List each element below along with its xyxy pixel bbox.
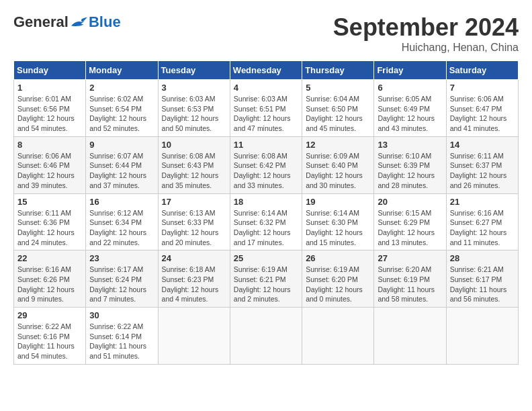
day-number: 17 — [162, 197, 226, 207]
calendar-week-row: 8Sunrise: 6:06 AMSunset: 6:46 PMDaylight… — [14, 136, 519, 193]
day-info: Sunrise: 6:22 AMSunset: 6:16 PMDaylight:… — [17, 322, 82, 361]
day-info: Sunrise: 6:03 AMSunset: 6:53 PMDaylight:… — [162, 94, 226, 134]
calendar-week-row: 29Sunrise: 6:22 AMSunset: 6:16 PMDayligh… — [14, 308, 519, 365]
calendar-table: SundayMondayTuesdayWednesdayThursdayFrid… — [13, 60, 519, 365]
calendar-cell: 20Sunrise: 6:15 AMSunset: 6:29 PMDayligh… — [374, 193, 446, 250]
day-number: 7 — [450, 83, 515, 93]
day-info: Sunrise: 6:19 AMSunset: 6:20 PMDaylight:… — [306, 265, 370, 304]
calendar-cell: 6Sunrise: 6:05 AMSunset: 6:49 PMDaylight… — [374, 80, 446, 137]
calendar-cell: 24Sunrise: 6:18 AMSunset: 6:23 PMDayligh… — [158, 250, 230, 308]
day-info: Sunrise: 6:03 AMSunset: 6:51 PMDaylight:… — [234, 94, 298, 134]
day-number: 19 — [306, 197, 370, 207]
day-number: 26 — [306, 253, 370, 263]
day-info: Sunrise: 6:04 AMSunset: 6:50 PMDaylight:… — [306, 94, 370, 134]
day-info: Sunrise: 6:02 AMSunset: 6:54 PMDaylight:… — [89, 94, 154, 134]
day-info: Sunrise: 6:18 AMSunset: 6:23 PMDaylight:… — [162, 265, 226, 304]
day-number: 16 — [89, 197, 154, 207]
day-info: Sunrise: 6:06 AMSunset: 6:47 PMDaylight:… — [450, 94, 515, 134]
day-info: Sunrise: 6:16 AMSunset: 6:27 PMDaylight:… — [450, 208, 515, 248]
calendar-cell: 15Sunrise: 6:11 AMSunset: 6:36 PMDayligh… — [14, 193, 86, 250]
day-number: 5 — [306, 83, 370, 93]
day-info: Sunrise: 6:11 AMSunset: 6:36 PMDaylight:… — [17, 208, 82, 248]
day-number: 28 — [450, 253, 515, 263]
day-number: 13 — [378, 140, 442, 150]
calendar-cell: 21Sunrise: 6:16 AMSunset: 6:27 PMDayligh… — [446, 193, 518, 250]
day-number: 22 — [17, 253, 82, 263]
calendar-week-row: 22Sunrise: 6:16 AMSunset: 6:26 PMDayligh… — [14, 250, 519, 308]
day-number: 6 — [378, 83, 442, 93]
calendar-cell: 30Sunrise: 6:22 AMSunset: 6:14 PMDayligh… — [86, 308, 158, 365]
day-info: Sunrise: 6:11 AMSunset: 6:37 PMDaylight:… — [450, 151, 515, 191]
calendar-body: 1Sunrise: 6:01 AMSunset: 6:56 PMDaylight… — [14, 80, 519, 365]
calendar-cell — [446, 308, 518, 365]
calendar-cell: 27Sunrise: 6:20 AMSunset: 6:19 PMDayligh… — [374, 250, 446, 308]
day-info: Sunrise: 6:14 AMSunset: 6:32 PMDaylight:… — [234, 208, 298, 248]
weekday-header-row: SundayMondayTuesdayWednesdayThursdayFrid… — [14, 61, 519, 80]
weekday-header-thursday: Thursday — [302, 61, 374, 80]
day-info: Sunrise: 6:13 AMSunset: 6:33 PMDaylight:… — [162, 208, 226, 248]
calendar-cell: 8Sunrise: 6:06 AMSunset: 6:46 PMDaylight… — [14, 136, 86, 193]
calendar-cell: 2Sunrise: 6:02 AMSunset: 6:54 PMDaylight… — [86, 80, 158, 137]
logo-bird-icon — [70, 15, 89, 30]
day-number: 8 — [17, 140, 82, 150]
day-number: 18 — [234, 197, 298, 207]
calendar-cell: 23Sunrise: 6:17 AMSunset: 6:24 PMDayligh… — [86, 250, 158, 308]
day-number: 23 — [89, 253, 154, 263]
calendar-cell: 5Sunrise: 6:04 AMSunset: 6:50 PMDaylight… — [302, 80, 374, 137]
day-info: Sunrise: 6:07 AMSunset: 6:44 PMDaylight:… — [89, 151, 154, 191]
month-title: September 2024 Huichang, Henan, China — [333, 13, 519, 54]
day-number: 21 — [450, 197, 515, 207]
calendar-week-row: 1Sunrise: 6:01 AMSunset: 6:56 PMDaylight… — [14, 80, 519, 137]
day-info: Sunrise: 6:17 AMSunset: 6:24 PMDaylight:… — [89, 265, 154, 304]
day-number: 10 — [162, 140, 226, 150]
calendar-cell: 22Sunrise: 6:16 AMSunset: 6:26 PMDayligh… — [14, 250, 86, 308]
day-number: 1 — [17, 83, 82, 93]
day-info: Sunrise: 6:16 AMSunset: 6:26 PMDaylight:… — [17, 265, 82, 304]
day-number: 3 — [162, 83, 226, 93]
day-number: 9 — [89, 140, 154, 150]
calendar-cell: 28Sunrise: 6:21 AMSunset: 6:17 PMDayligh… — [446, 250, 518, 308]
calendar-cell: 16Sunrise: 6:12 AMSunset: 6:34 PMDayligh… — [86, 193, 158, 250]
day-number: 15 — [17, 197, 82, 207]
calendar-cell: 25Sunrise: 6:19 AMSunset: 6:21 PMDayligh… — [230, 250, 302, 308]
calendar-cell — [302, 308, 374, 365]
logo: General Blue — [13, 13, 121, 31]
day-number: 4 — [234, 83, 298, 93]
day-number: 2 — [89, 83, 154, 93]
day-number: 29 — [17, 310, 82, 320]
day-number: 27 — [378, 253, 442, 263]
calendar-cell: 18Sunrise: 6:14 AMSunset: 6:32 PMDayligh… — [230, 193, 302, 250]
calendar-cell: 7Sunrise: 6:06 AMSunset: 6:47 PMDaylight… — [446, 80, 518, 137]
page-header: General Blue September 2024 Huichang, He… — [13, 13, 519, 54]
calendar-cell: 1Sunrise: 6:01 AMSunset: 6:56 PMDaylight… — [14, 80, 86, 137]
day-info: Sunrise: 6:08 AMSunset: 6:42 PMDaylight:… — [234, 151, 298, 191]
day-number: 11 — [234, 140, 298, 150]
day-info: Sunrise: 6:01 AMSunset: 6:56 PMDaylight:… — [17, 94, 82, 134]
day-info: Sunrise: 6:10 AMSunset: 6:39 PMDaylight:… — [378, 151, 442, 191]
calendar-cell: 3Sunrise: 6:03 AMSunset: 6:53 PMDaylight… — [158, 80, 230, 137]
calendar-cell: 14Sunrise: 6:11 AMSunset: 6:37 PMDayligh… — [446, 136, 518, 193]
calendar-cell — [374, 308, 446, 365]
calendar-cell: 19Sunrise: 6:14 AMSunset: 6:30 PMDayligh… — [302, 193, 374, 250]
calendar-cell: 11Sunrise: 6:08 AMSunset: 6:42 PMDayligh… — [230, 136, 302, 193]
calendar-week-row: 15Sunrise: 6:11 AMSunset: 6:36 PMDayligh… — [14, 193, 519, 250]
calendar-cell: 26Sunrise: 6:19 AMSunset: 6:20 PMDayligh… — [302, 250, 374, 308]
location: Huichang, Henan, China — [333, 42, 519, 54]
day-info: Sunrise: 6:08 AMSunset: 6:43 PMDaylight:… — [162, 151, 226, 191]
day-info: Sunrise: 6:19 AMSunset: 6:21 PMDaylight:… — [234, 265, 298, 304]
calendar-cell: 12Sunrise: 6:09 AMSunset: 6:40 PMDayligh… — [302, 136, 374, 193]
weekday-header-friday: Friday — [374, 61, 446, 80]
calendar-cell: 13Sunrise: 6:10 AMSunset: 6:39 PMDayligh… — [374, 136, 446, 193]
day-number: 24 — [162, 253, 226, 263]
day-info: Sunrise: 6:15 AMSunset: 6:29 PMDaylight:… — [378, 208, 442, 248]
day-info: Sunrise: 6:21 AMSunset: 6:17 PMDaylight:… — [450, 265, 515, 304]
weekday-header-sunday: Sunday — [14, 61, 86, 80]
day-info: Sunrise: 6:20 AMSunset: 6:19 PMDaylight:… — [378, 265, 442, 304]
calendar-cell: 17Sunrise: 6:13 AMSunset: 6:33 PMDayligh… — [158, 193, 230, 250]
logo-blue: Blue — [89, 13, 121, 31]
calendar-cell: 9Sunrise: 6:07 AMSunset: 6:44 PMDaylight… — [86, 136, 158, 193]
day-info: Sunrise: 6:05 AMSunset: 6:49 PMDaylight:… — [378, 94, 442, 134]
weekday-header-wednesday: Wednesday — [230, 61, 302, 80]
day-number: 30 — [89, 310, 154, 320]
day-info: Sunrise: 6:06 AMSunset: 6:46 PMDaylight:… — [17, 151, 82, 191]
